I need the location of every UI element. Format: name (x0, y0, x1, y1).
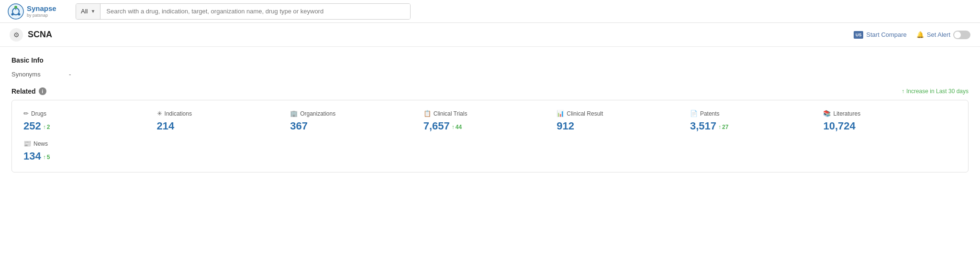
set-alert-toggle[interactable] (953, 31, 970, 39)
logo-name: Synapse (27, 4, 56, 13)
stat-item-clinical-trials[interactable]: 📋Clinical Trials7,657↑44 (423, 110, 557, 132)
stat-number: 252 (23, 120, 41, 132)
stat-number: 367 (290, 120, 308, 132)
related-title-text: Related (11, 87, 36, 95)
clipboard-icon: 📋 (423, 110, 431, 117)
stat-increase: ↑5 (43, 154, 50, 161)
page-title: SCNA (28, 30, 52, 40)
related-header: Related i ↑ Increase in Last 30 days (11, 87, 969, 95)
svg-point-4 (11, 13, 14, 15)
stat-label: ✳Indications (157, 110, 281, 117)
stat-label: 🏢Organizations (290, 110, 414, 117)
stat-increase: ↑27 (718, 124, 728, 130)
stat-number: 7,657 (423, 120, 450, 132)
start-compare-button[interactable]: US Start Compare (854, 31, 907, 39)
patent-icon: 📄 (690, 110, 698, 117)
stat-increase-value: 27 (722, 124, 728, 130)
basic-info-title: Basic Info (11, 56, 969, 64)
stat-item-drugs[interactable]: ✏Drugs252↑2 (23, 110, 157, 132)
increase-note-text: Increase in Last 30 days (906, 88, 969, 95)
stat-label-text: Indications (165, 110, 192, 117)
compare-icon: US (854, 31, 863, 39)
stat-label-text: Patents (700, 110, 720, 117)
stats-row-1: ✏Drugs252↑2✳Indications214🏢Organizations… (23, 110, 957, 132)
logo: Synapse by patsnap (8, 3, 70, 20)
stat-label: 📄Patents (690, 110, 814, 117)
stat-label-text: Clinical Result (567, 110, 603, 117)
stat-label: 📚Literatures (823, 110, 947, 117)
pencil-icon: ✏ (23, 110, 29, 117)
set-alert-label: Set Alert (927, 31, 950, 38)
increase-note: ↑ Increase in Last 30 days (902, 88, 969, 95)
stat-increase-value: 5 (47, 154, 50, 161)
set-alert-area: 🔔 Set Alert (916, 31, 970, 39)
stat-item-literatures[interactable]: 📚Literatures10,724 (823, 110, 957, 132)
start-compare-label: Start Compare (866, 31, 907, 38)
page-header: ⚙ SCNA US Start Compare 🔔 Set Alert (0, 23, 980, 47)
synapse-logo-icon (8, 3, 24, 20)
stat-increase: ↑2 (43, 124, 50, 130)
stat-up-arrow-icon: ↑ (43, 124, 46, 130)
stat-label-text: Organizations (300, 110, 335, 117)
stat-number: 3,517 (690, 120, 716, 132)
increase-arrow-icon: ↑ (902, 88, 904, 95)
building-icon: 🏢 (290, 110, 298, 117)
stat-number: 134 (23, 150, 41, 162)
chevron-down-icon: ▼ (90, 9, 95, 14)
stat-up-arrow-icon: ↑ (452, 124, 455, 130)
stat-number: 214 (157, 120, 175, 132)
logo-sub: by patsnap (27, 13, 56, 18)
stat-label: 📰News (23, 140, 947, 147)
stats-row-2: 📰News134↑5 (23, 140, 957, 162)
stat-up-arrow-icon: ↑ (718, 124, 721, 130)
main-content: Basic Info Synonyms - Related i ↑ Increa… (0, 47, 980, 182)
filter-value: All (81, 8, 88, 15)
page-title-area: ⚙ SCNA (10, 28, 52, 42)
stat-item-patents[interactable]: 📄Patents3,517↑27 (690, 110, 824, 132)
stat-number: 912 (557, 120, 574, 132)
logo-text: Synapse by patsnap (27, 4, 56, 18)
stat-item-news[interactable]: 📰News134↑5 (23, 140, 957, 162)
stat-item-organizations[interactable]: 🏢Organizations367 (290, 110, 423, 132)
related-title-area: Related i (11, 87, 46, 95)
synonyms-label: Synonyms (11, 71, 69, 78)
filter-dropdown[interactable]: All ▼ (76, 4, 100, 19)
bell-icon: 🔔 (916, 31, 924, 38)
stat-up-arrow-icon: ↑ (43, 154, 46, 161)
stat-increase: ↑44 (452, 124, 462, 130)
stat-item-clinical-result[interactable]: 📊Clinical Result912 (557, 110, 690, 132)
stat-label: ✏Drugs (23, 110, 147, 117)
stat-label-text: Drugs (31, 110, 46, 117)
svg-point-3 (18, 13, 21, 15)
stat-label-text: Clinical Trials (434, 110, 468, 117)
stat-increase-value: 44 (456, 124, 462, 130)
chart-icon: 📊 (557, 110, 564, 117)
top-navigation: Synapse by patsnap All ▼ (0, 0, 980, 23)
gear-icon: ⚙ (10, 28, 23, 42)
stat-label: 📊Clinical Result (557, 110, 680, 117)
related-info-icon[interactable]: i (39, 87, 46, 95)
stat-increase-value: 2 (47, 124, 50, 130)
stat-label-text: News (33, 140, 48, 147)
news-icon: 📰 (23, 140, 31, 147)
synonyms-value: - (69, 71, 71, 78)
search-input[interactable] (100, 4, 410, 19)
synonyms-row: Synonyms - (11, 71, 969, 78)
stat-item-indications[interactable]: ✳Indications214 (157, 110, 290, 132)
book-icon: 📚 (823, 110, 831, 117)
stat-label-text: Literatures (833, 110, 860, 117)
stat-number: 10,724 (823, 120, 855, 132)
stat-label: 📋Clinical Trials (423, 110, 547, 117)
header-actions: US Start Compare 🔔 Set Alert (854, 31, 970, 39)
related-stats-card: ✏Drugs252↑2✳Indications214🏢Organizations… (11, 100, 969, 172)
svg-point-2 (14, 6, 17, 9)
asterisk-icon: ✳ (157, 110, 162, 117)
search-filter-bar[interactable]: All ▼ (76, 3, 411, 20)
